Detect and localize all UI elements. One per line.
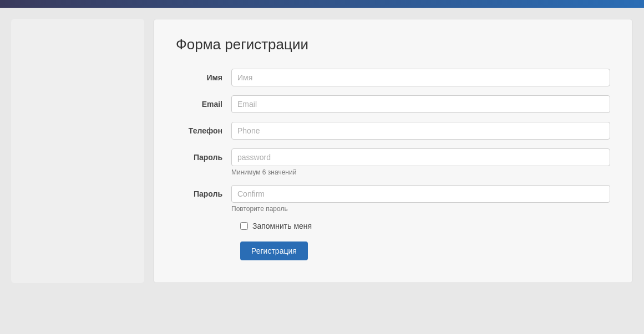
form-title: Форма регистрации — [176, 36, 610, 53]
name-input[interactable] — [231, 69, 610, 86]
name-field-wrap — [231, 69, 610, 86]
name-label: Имя — [176, 69, 231, 82]
remember-me-checkbox[interactable] — [240, 222, 248, 230]
phone-input[interactable] — [231, 122, 610, 140]
phone-label: Телефон — [176, 122, 231, 135]
password-hint: Минимум 6 значений — [231, 168, 610, 176]
password-row: Пароль Минимум 6 значений — [176, 148, 610, 176]
phone-row: Телефон — [176, 122, 610, 140]
page-content: Форма регистрации Имя Email Телефон Паро… — [0, 8, 644, 294]
confirm-password-row: Пароль Повторите пароль — [176, 185, 610, 213]
email-field-wrap — [231, 95, 610, 113]
remember-me-label[interactable]: Запомнить меня — [252, 222, 312, 230]
phone-field-wrap — [231, 122, 610, 140]
confirm-password-hint: Повторите пароль — [231, 205, 610, 213]
password-label: Пароль — [176, 148, 231, 162]
password-input[interactable] — [231, 148, 610, 166]
top-bar — [0, 0, 644, 8]
confirm-password-input[interactable] — [231, 185, 610, 203]
confirm-password-label: Пароль — [176, 185, 231, 198]
email-label: Email — [176, 95, 231, 109]
remember-me-row: Запомнить меня — [240, 222, 610, 230]
email-input[interactable] — [231, 95, 610, 113]
name-row: Имя — [176, 69, 610, 86]
left-panel — [11, 19, 144, 283]
email-row: Email — [176, 95, 610, 113]
password-field-wrap: Минимум 6 значений — [231, 148, 610, 176]
submit-row: Регистрация — [240, 241, 610, 260]
confirm-password-field-wrap: Повторите пароль — [231, 185, 610, 213]
form-panel: Форма регистрации Имя Email Телефон Паро… — [153, 19, 633, 283]
submit-button[interactable]: Регистрация — [240, 241, 308, 260]
